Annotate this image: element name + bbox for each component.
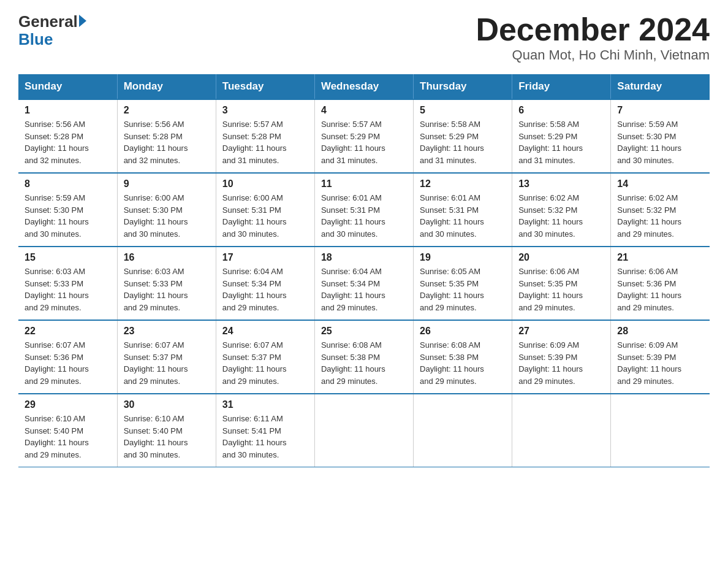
day-detail: Sunrise: 6:00 AMSunset: 5:31 PMDaylight:… bbox=[222, 193, 287, 239]
day-detail: Sunrise: 6:01 AMSunset: 5:31 PMDaylight:… bbox=[420, 193, 484, 239]
day-number: 31 bbox=[222, 399, 308, 410]
day-number: 22 bbox=[25, 326, 111, 337]
table-row: 12 Sunrise: 6:01 AMSunset: 5:31 PMDaylig… bbox=[414, 173, 512, 247]
table-row bbox=[611, 394, 710, 467]
table-row: 11 Sunrise: 6:01 AMSunset: 5:31 PMDaylig… bbox=[314, 173, 413, 247]
day-number: 30 bbox=[124, 399, 210, 410]
table-row: 17 Sunrise: 6:04 AMSunset: 5:34 PMDaylig… bbox=[216, 247, 314, 320]
day-detail: Sunrise: 6:10 AMSunset: 5:40 PMDaylight:… bbox=[124, 414, 188, 459]
day-detail: Sunrise: 6:07 AMSunset: 5:37 PMDaylight:… bbox=[124, 340, 188, 386]
calendar-week-row: 22 Sunrise: 6:07 AMSunset: 5:36 PMDaylig… bbox=[18, 320, 710, 394]
day-number: 7 bbox=[617, 105, 703, 116]
col-monday: Monday bbox=[117, 74, 216, 99]
table-row: 2 Sunrise: 5:56 AMSunset: 5:28 PMDayligh… bbox=[117, 99, 216, 173]
table-row: 26 Sunrise: 6:08 AMSunset: 5:38 PMDaylig… bbox=[414, 320, 512, 394]
calendar-week-row: 8 Sunrise: 5:59 AMSunset: 5:30 PMDayligh… bbox=[18, 173, 710, 247]
day-number: 15 bbox=[25, 252, 111, 263]
day-number: 10 bbox=[222, 178, 308, 190]
day-detail: Sunrise: 6:06 AMSunset: 5:35 PMDaylight:… bbox=[518, 267, 583, 312]
day-detail: Sunrise: 5:58 AMSunset: 5:29 PMDaylight:… bbox=[518, 120, 583, 165]
day-detail: Sunrise: 6:06 AMSunset: 5:36 PMDaylight:… bbox=[617, 267, 681, 312]
col-tuesday: Tuesday bbox=[216, 74, 314, 99]
table-row: 30 Sunrise: 6:10 AMSunset: 5:40 PMDaylig… bbox=[117, 394, 216, 467]
table-row: 27 Sunrise: 6:09 AMSunset: 5:39 PMDaylig… bbox=[512, 320, 611, 394]
table-row: 3 Sunrise: 5:57 AMSunset: 5:28 PMDayligh… bbox=[216, 99, 314, 173]
table-row: 4 Sunrise: 5:57 AMSunset: 5:29 PMDayligh… bbox=[314, 99, 413, 173]
table-row: 25 Sunrise: 6:08 AMSunset: 5:38 PMDaylig… bbox=[314, 320, 413, 394]
day-number: 18 bbox=[321, 252, 407, 263]
day-number: 5 bbox=[420, 105, 506, 116]
calendar-subtitle: Quan Mot, Ho Chi Minh, Vietnam bbox=[476, 47, 710, 63]
day-number: 3 bbox=[222, 105, 308, 116]
day-number: 9 bbox=[124, 178, 210, 190]
day-detail: Sunrise: 6:04 AMSunset: 5:34 PMDaylight:… bbox=[222, 267, 287, 312]
day-detail: Sunrise: 6:08 AMSunset: 5:38 PMDaylight:… bbox=[420, 340, 484, 386]
day-number: 1 bbox=[25, 105, 111, 116]
table-row: 22 Sunrise: 6:07 AMSunset: 5:36 PMDaylig… bbox=[18, 320, 117, 394]
day-detail: Sunrise: 6:07 AMSunset: 5:36 PMDaylight:… bbox=[25, 340, 89, 386]
table-row: 14 Sunrise: 6:02 AMSunset: 5:32 PMDaylig… bbox=[611, 173, 710, 247]
day-detail: Sunrise: 6:11 AMSunset: 5:41 PMDaylight:… bbox=[222, 414, 287, 459]
day-number: 13 bbox=[518, 178, 604, 190]
day-number: 23 bbox=[124, 326, 210, 337]
day-number: 27 bbox=[518, 326, 604, 337]
day-detail: Sunrise: 5:58 AMSunset: 5:29 PMDaylight:… bbox=[420, 120, 484, 165]
day-detail: Sunrise: 6:10 AMSunset: 5:40 PMDaylight:… bbox=[25, 414, 89, 459]
table-row: 15 Sunrise: 6:03 AMSunset: 5:33 PMDaylig… bbox=[18, 247, 117, 320]
day-detail: Sunrise: 5:57 AMSunset: 5:29 PMDaylight:… bbox=[321, 120, 385, 165]
day-detail: Sunrise: 5:56 AMSunset: 5:28 PMDaylight:… bbox=[124, 120, 188, 165]
day-detail: Sunrise: 6:07 AMSunset: 5:37 PMDaylight:… bbox=[222, 340, 287, 386]
day-number: 17 bbox=[222, 252, 308, 263]
calendar-week-row: 29 Sunrise: 6:10 AMSunset: 5:40 PMDaylig… bbox=[18, 394, 710, 467]
day-number: 16 bbox=[124, 252, 210, 263]
page-header: General Blue December 2024 Quan Mot, Ho … bbox=[18, 12, 710, 63]
table-row: 1 Sunrise: 5:56 AMSunset: 5:28 PMDayligh… bbox=[18, 99, 117, 173]
table-row: 5 Sunrise: 5:58 AMSunset: 5:29 PMDayligh… bbox=[414, 99, 512, 173]
day-number: 24 bbox=[222, 326, 308, 337]
col-wednesday: Wednesday bbox=[314, 74, 413, 99]
day-detail: Sunrise: 6:09 AMSunset: 5:39 PMDaylight:… bbox=[617, 340, 681, 386]
day-number: 14 bbox=[617, 178, 703, 190]
table-row bbox=[512, 394, 611, 467]
day-number: 4 bbox=[321, 105, 407, 116]
table-row bbox=[314, 394, 413, 467]
table-row: 29 Sunrise: 6:10 AMSunset: 5:40 PMDaylig… bbox=[18, 394, 117, 467]
logo: General Blue bbox=[18, 12, 86, 47]
table-row: 13 Sunrise: 6:02 AMSunset: 5:32 PMDaylig… bbox=[512, 173, 611, 247]
table-row: 21 Sunrise: 6:06 AMSunset: 5:36 PMDaylig… bbox=[611, 247, 710, 320]
day-number: 20 bbox=[518, 252, 604, 263]
col-friday: Friday bbox=[512, 74, 611, 99]
day-number: 29 bbox=[25, 399, 111, 410]
day-number: 26 bbox=[420, 326, 506, 337]
table-row: 28 Sunrise: 6:09 AMSunset: 5:39 PMDaylig… bbox=[611, 320, 710, 394]
table-row: 6 Sunrise: 5:58 AMSunset: 5:29 PMDayligh… bbox=[512, 99, 611, 173]
day-detail: Sunrise: 6:08 AMSunset: 5:38 PMDaylight:… bbox=[321, 340, 385, 386]
calendar-week-row: 15 Sunrise: 6:03 AMSunset: 5:33 PMDaylig… bbox=[18, 247, 710, 320]
day-number: 25 bbox=[321, 326, 407, 337]
table-row bbox=[414, 394, 512, 467]
calendar-header-row: Sunday Monday Tuesday Wednesday Thursday… bbox=[18, 74, 710, 99]
day-detail: Sunrise: 5:56 AMSunset: 5:28 PMDaylight:… bbox=[25, 120, 89, 165]
day-number: 21 bbox=[617, 252, 703, 263]
day-detail: Sunrise: 5:59 AMSunset: 5:30 PMDaylight:… bbox=[617, 120, 681, 165]
day-detail: Sunrise: 6:04 AMSunset: 5:34 PMDaylight:… bbox=[321, 267, 385, 312]
col-thursday: Thursday bbox=[414, 74, 512, 99]
day-number: 11 bbox=[321, 178, 407, 190]
table-row: 31 Sunrise: 6:11 AMSunset: 5:41 PMDaylig… bbox=[216, 394, 314, 467]
day-detail: Sunrise: 6:03 AMSunset: 5:33 PMDaylight:… bbox=[25, 267, 89, 312]
logo-blue: Blue bbox=[18, 31, 53, 47]
calendar-week-row: 1 Sunrise: 5:56 AMSunset: 5:28 PMDayligh… bbox=[18, 99, 710, 173]
table-row: 16 Sunrise: 6:03 AMSunset: 5:33 PMDaylig… bbox=[117, 247, 216, 320]
day-detail: Sunrise: 6:01 AMSunset: 5:31 PMDaylight:… bbox=[321, 193, 385, 239]
calendar-title-block: December 2024 Quan Mot, Ho Chi Minh, Vie… bbox=[476, 12, 710, 63]
day-number: 28 bbox=[617, 326, 703, 337]
calendar-title: December 2024 bbox=[476, 12, 710, 47]
day-detail: Sunrise: 6:02 AMSunset: 5:32 PMDaylight:… bbox=[617, 193, 681, 239]
calendar-table: Sunday Monday Tuesday Wednesday Thursday… bbox=[18, 74, 710, 467]
day-detail: Sunrise: 6:05 AMSunset: 5:35 PMDaylight:… bbox=[420, 267, 484, 312]
day-detail: Sunrise: 5:57 AMSunset: 5:28 PMDaylight:… bbox=[222, 120, 287, 165]
table-row: 19 Sunrise: 6:05 AMSunset: 5:35 PMDaylig… bbox=[414, 247, 512, 320]
day-number: 8 bbox=[25, 178, 111, 190]
table-row: 9 Sunrise: 6:00 AMSunset: 5:30 PMDayligh… bbox=[117, 173, 216, 247]
table-row: 20 Sunrise: 6:06 AMSunset: 5:35 PMDaylig… bbox=[512, 247, 611, 320]
